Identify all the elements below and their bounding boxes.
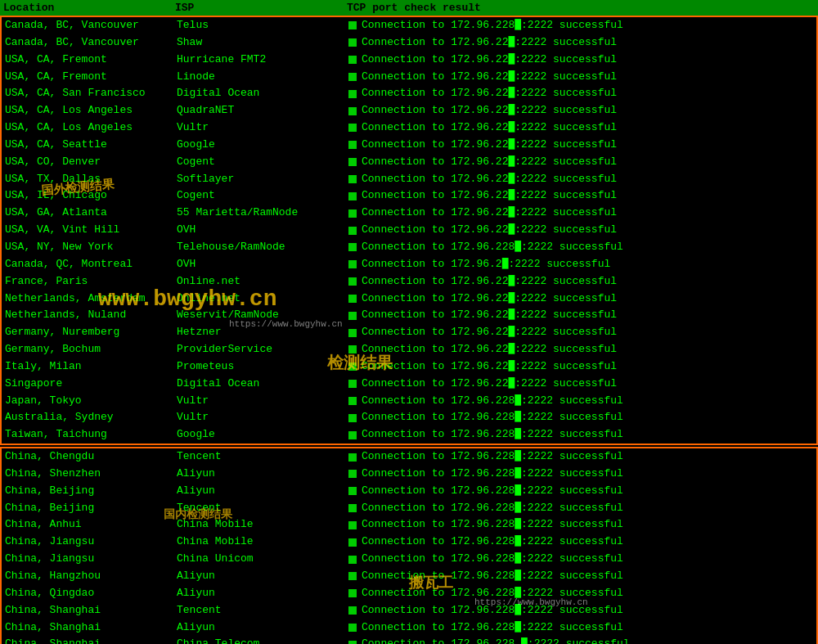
- col-result: Connection to 172.96.22█:2222 successful: [348, 172, 813, 187]
- result-text: Connection to 172.96.228█:2222 successfu…: [362, 501, 623, 516]
- result-text: Connection to 172.96.22█:2222 successful: [362, 376, 617, 392]
- table-row: USA, IL, ChicagoCogentConnection to 172.…: [2, 187, 816, 205]
- table-row: China, ShanghaiTencentConnection to 172.…: [2, 602, 816, 619]
- table-row: Taiwan, TaichungGoogleConnection to 172.…: [2, 426, 816, 444]
- col-result: Connection to 172.96.22█:2222 successful: [348, 52, 813, 68]
- col-isp: China Telecom: [177, 637, 348, 644]
- result-text: Connection to 172.96.228█:2222 successfu…: [362, 240, 623, 255]
- col-isp: Tencent: [177, 449, 348, 465]
- col-result: Connection to 172.96.228█:2222 successfu…: [348, 586, 813, 601]
- col-isp: Vultr: [177, 394, 348, 409]
- col-location: Australia, Sydney: [5, 410, 177, 426]
- status-indicator: [348, 38, 357, 47]
- col-result: Connection to 172.96.2█:2222 successful: [348, 257, 813, 272]
- col-isp: Telus: [177, 18, 348, 34]
- col-location: Canada, BC, Vancouver: [5, 18, 177, 34]
- col-result: Connection to 172.96.228█:2222 successfu…: [348, 569, 813, 584]
- status-indicator: [348, 397, 357, 405]
- status-indicator: [348, 641, 357, 644]
- table-row: USA, NY, New YorkTelehouse/RamNodeConnec…: [2, 239, 816, 256]
- col-isp: Hurricane FMT2: [177, 52, 348, 68]
- col-isp: Prometeus: [177, 359, 348, 375]
- col-result: Connection to 172.96.228█:2222 successfu…: [348, 517, 813, 533]
- col-location: China, Hangzhou: [5, 569, 177, 584]
- table-row: Netherlands, AmsterdamOnline.netConnecti…: [2, 290, 816, 308]
- table-row: USA, CA, San FranciscoDigital OceanConne…: [2, 85, 816, 102]
- col-isp: Shaw: [177, 35, 348, 51]
- result-text: Connection to 172.96.22█:2222 successful: [362, 172, 617, 187]
- col-result: Connection to 172.96.22█:2222 successful: [348, 137, 813, 153]
- col-location: USA, CA, Fremont: [5, 52, 177, 68]
- col-location: Germany, Bochum: [5, 342, 177, 358]
- result-text: Connection to 172.96.22█:2222 successful: [362, 70, 617, 85]
- table-row: China, HangzhouAliyunConnection to 172.9…: [2, 568, 816, 585]
- col-location: Canada, BC, Vancouver: [5, 35, 177, 51]
- col-isp: Linode: [177, 70, 348, 85]
- col-isp: Tencent: [177, 603, 348, 619]
- result-text: Connection to 172.96.22█:2222 successful: [362, 205, 617, 221]
- status-indicator: [348, 73, 357, 81]
- header-result: TCP port check result: [347, 2, 815, 14]
- col-isp: China Mobile: [177, 534, 348, 550]
- col-location: USA, CA, Los Angeles: [5, 120, 177, 136]
- col-isp: Vultr: [177, 410, 348, 426]
- status-indicator: [348, 487, 357, 495]
- status-indicator: [348, 538, 357, 547]
- col-isp: 55 Marietta/RamNode: [177, 205, 348, 221]
- col-isp: Cogent: [177, 155, 348, 170]
- table-row: USA, GA, Atlanta55 Marietta/RamNodeConne…: [2, 205, 816, 222]
- col-result: Connection to 172.96.22█:2222 successful: [348, 359, 813, 375]
- col-isp: Weservit/RamNode: [177, 308, 348, 323]
- status-indicator: [348, 504, 357, 512]
- result-text: Connection to 172.96.228█:2222 successfu…: [362, 427, 623, 443]
- table-row: USA, VA, Vint HillOVHConnection to 172.9…: [2, 222, 816, 239]
- result-text: Connection to 172.96.22█:2222 successful: [362, 325, 617, 340]
- col-location: USA, GA, Atlanta: [5, 205, 177, 221]
- status-indicator: [348, 209, 357, 218]
- status-indicator: [348, 521, 357, 529]
- status-indicator: [348, 606, 357, 615]
- col-location: China, Shanghai: [5, 637, 177, 644]
- result-text: Connection to 172.96.22█:2222 successful: [362, 155, 617, 170]
- result-text: Connection to 172.96.22█:2222 successful: [362, 308, 617, 323]
- col-result: Connection to 172.96.228█:2222 successfu…: [348, 240, 813, 255]
- col-result: Connection to 172.96.228█:2222 successfu…: [348, 466, 813, 482]
- col-isp: Online.net: [177, 291, 348, 307]
- col-isp: Aliyun: [177, 586, 348, 601]
- table-row: USA, CA, Los AngelesVultrConnection to 1…: [2, 119, 816, 137]
- status-indicator: [348, 380, 357, 388]
- table-row: China, QingdaoAliyunConnection to 172.96…: [2, 585, 816, 602]
- result-text: Connection to 172.96.228█:2222 successfu…: [362, 586, 623, 601]
- col-location: China, Shanghai: [5, 620, 177, 636]
- result-text: Connection to 172.96.22█:2222 successful: [362, 35, 617, 51]
- result-text: Connection to 172.96.228█:2222 successfu…: [362, 603, 623, 619]
- result-text: Connection to 172.96.22█:2222 successful: [362, 103, 617, 119]
- col-result: Connection to 172.96.228█:2222 successfu…: [348, 501, 813, 516]
- col-isp: Vultr: [177, 120, 348, 136]
- status-indicator: [348, 431, 357, 439]
- result-text: Connection to 172.96.228█:2222 successfu…: [362, 466, 623, 482]
- result-text: Connection to 172.96.228█:2222 successfu…: [362, 484, 623, 499]
- table-row: Australia, SydneyVultrConnection to 172.…: [2, 409, 816, 426]
- status-indicator: [348, 21, 357, 29]
- status-indicator: [348, 124, 357, 132]
- col-result: Connection to 172.96.22█:2222 successful: [348, 274, 813, 290]
- col-result: Connection to 172.96.22█:2222 successful: [348, 188, 813, 204]
- col-location: Italy, Milan: [5, 359, 177, 375]
- table-row: Canada, BC, VancouverTelusConnection to …: [2, 17, 816, 34]
- result-text: Connection to 172.96.228█:2222 successfu…: [362, 569, 623, 584]
- table-row: Netherlands, NulandWeservit/RamNodeConne…: [2, 307, 816, 324]
- col-location: China, Shanghai: [5, 603, 177, 619]
- status-indicator: [348, 470, 357, 478]
- result-text: Connection to 172.96.228█:2222 successfu…: [362, 394, 623, 409]
- status-indicator: [348, 414, 357, 422]
- result-text: Connection to 172.96.228█:2222 successfu…: [362, 18, 623, 34]
- col-location: France, Paris: [5, 274, 177, 290]
- status-indicator: [348, 363, 357, 371]
- col-location: China, Anhui: [5, 517, 177, 533]
- col-result: Connection to 172.96.22█:2222 successful: [348, 86, 813, 101]
- result-text: Connection to 172.96.22█:2222 successful: [362, 223, 617, 238]
- cn-section: China, ChengduTencentConnection to 172.9…: [0, 447, 818, 644]
- col-location: Japan, Tokyo: [5, 394, 177, 409]
- table-row: Germany, NurembergHetznerConnection to 1…: [2, 324, 816, 341]
